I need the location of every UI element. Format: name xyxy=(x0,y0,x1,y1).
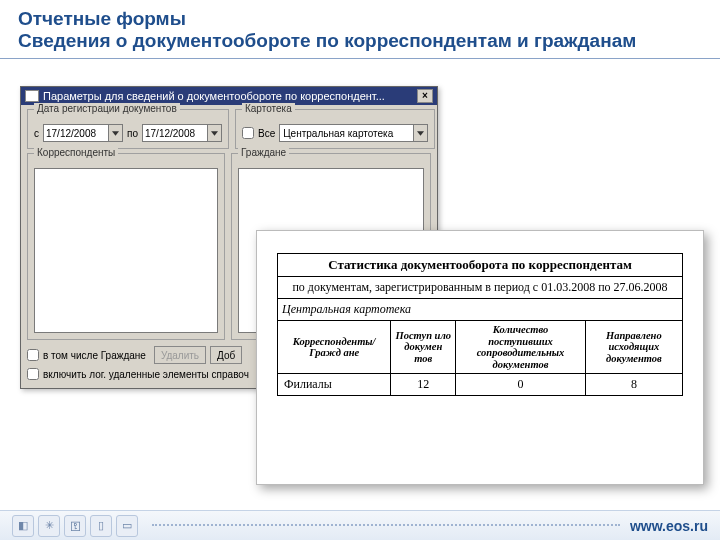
row-c1: 12 xyxy=(391,374,456,396)
report-preview: Статистика документооборота по корреспон… xyxy=(256,230,704,485)
svg-marker-1 xyxy=(211,131,218,135)
correspondents-list[interactable] xyxy=(34,168,218,333)
svg-marker-0 xyxy=(112,131,119,135)
all-label: Все xyxy=(258,128,275,139)
site-url: www.eos.ru xyxy=(630,518,708,534)
title-line1: Отчетные формы xyxy=(18,8,186,29)
incl-citizens-label: в том числе Граждане xyxy=(43,350,146,361)
footer: ◧ ✳ ⚿ ▯ ▭ www.eos.ru xyxy=(0,510,720,540)
all-checkbox[interactable] xyxy=(242,127,254,139)
card-select-input[interactable] xyxy=(280,127,413,140)
dialog-title: Параметры для сведений о документооборот… xyxy=(43,90,417,102)
page-title: Отчетные формы Сведения о документооборо… xyxy=(18,8,702,52)
footer-dots xyxy=(152,524,620,526)
app-icon xyxy=(25,90,39,102)
delete-button[interactable]: Удалить xyxy=(154,346,206,364)
footer-icon: ▭ xyxy=(116,515,138,537)
to-label: по xyxy=(127,128,138,139)
row-c3: 8 xyxy=(585,374,682,396)
svg-marker-2 xyxy=(417,131,424,135)
report-location: Центральная картотека xyxy=(278,299,683,321)
chevron-down-icon[interactable] xyxy=(413,125,427,141)
cit-group-label: Граждане xyxy=(238,147,289,158)
add-button[interactable]: Доб xyxy=(210,346,242,364)
date-group-label: Дата регистрации документов xyxy=(34,103,180,114)
chevron-down-icon[interactable] xyxy=(108,125,122,141)
card-group-label: Картотека xyxy=(242,103,295,114)
title-line2: Сведения о документообороте по корреспон… xyxy=(18,30,636,51)
slide-header: Отчетные формы Сведения о документооборо… xyxy=(0,0,720,59)
footer-icon: ✳ xyxy=(38,515,60,537)
card-group: Картотека Все xyxy=(235,109,435,149)
incl-deleted-checkbox[interactable] xyxy=(27,368,39,380)
footer-icon: ◧ xyxy=(12,515,34,537)
row-name: Филиалы xyxy=(278,374,391,396)
incl-citizens-checkbox[interactable] xyxy=(27,349,39,361)
date-from-field[interactable] xyxy=(43,124,123,142)
col-cover-docs: Количество поступивших сопроводительных … xyxy=(456,321,586,374)
report-title: Статистика документооборота по корреспон… xyxy=(278,254,683,277)
date-to-field[interactable] xyxy=(142,124,222,142)
date-from-input[interactable] xyxy=(44,127,108,140)
incl-deleted-label: включить лог. удаленные элементы справоч xyxy=(43,369,249,380)
report-table: Статистика документооборота по корреспон… xyxy=(277,253,683,396)
chevron-down-icon[interactable] xyxy=(207,125,221,141)
close-button[interactable]: × xyxy=(417,89,433,103)
row-c2: 0 xyxy=(456,374,586,396)
date-range-group: Дата регистрации документов с по xyxy=(27,109,229,149)
date-to-input[interactable] xyxy=(143,127,207,140)
card-select[interactable] xyxy=(279,124,428,142)
report-subtitle: по документам, зарегистрированным в пери… xyxy=(278,277,683,299)
col-received: Поступ ило докумен тов xyxy=(391,321,456,374)
footer-icon: ▯ xyxy=(90,515,112,537)
footer-icon: ⚿ xyxy=(64,515,86,537)
correspondents-group: Корреспонденты xyxy=(27,153,225,340)
from-label: с xyxy=(34,128,39,139)
col-outgoing: Направлено исходящих документов xyxy=(585,321,682,374)
col-correspondents: Корреспонденты/Гражд ане xyxy=(278,321,391,374)
corr-group-label: Корреспонденты xyxy=(34,147,118,158)
table-row: Филиалы 12 0 8 xyxy=(278,374,683,396)
